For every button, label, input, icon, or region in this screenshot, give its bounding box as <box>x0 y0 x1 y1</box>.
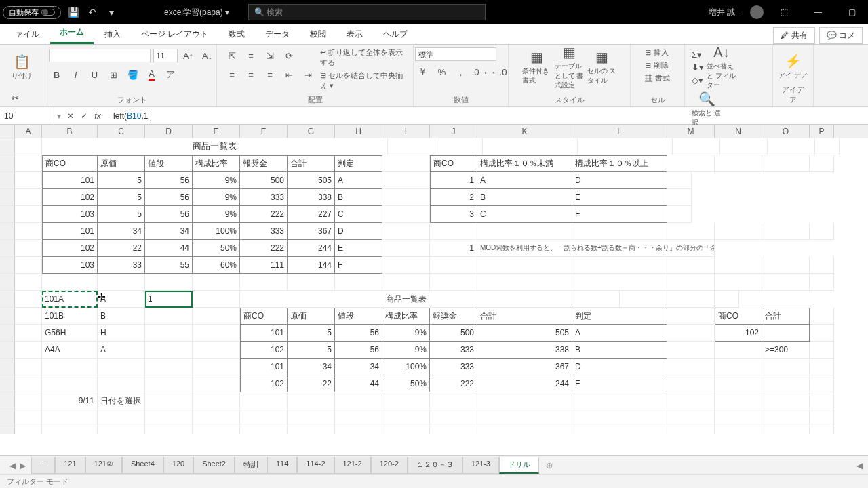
share-button[interactable]: 🖉 共有 <box>773 27 814 44</box>
col-header-J[interactable]: J <box>430 125 477 138</box>
border-icon[interactable]: ⊞ <box>106 66 122 83</box>
align-top-icon[interactable]: ⇱ <box>224 47 240 64</box>
sheet-tab[interactable]: 121② <box>85 457 122 474</box>
align-left-icon[interactable]: ≡ <box>224 66 240 83</box>
col-header-E[interactable]: E <box>193 125 240 138</box>
delete-cells-button[interactable]: ⊟ 削除 <box>645 60 669 70</box>
align-bottom-icon[interactable]: ⇲ <box>262 47 278 64</box>
clear-icon[interactable]: ◇▾ <box>692 75 704 85</box>
col-header-M[interactable]: M <box>667 125 715 138</box>
tab-data[interactable]: データ <box>256 24 299 44</box>
autosave-toggle[interactable]: 自動保存 <box>3 6 61 19</box>
col-header-H[interactable]: H <box>335 125 382 138</box>
tab-review[interactable]: 校閲 <box>300 24 336 44</box>
cell-B10[interactable]: 101A <box>42 291 98 308</box>
indent-dec-icon[interactable]: ⇤ <box>281 66 297 83</box>
sheet-tab[interactable]: 特訓 <box>235 457 267 474</box>
filename[interactable]: excel学習(papa) ▾ <box>164 7 229 18</box>
col-header-D[interactable]: D <box>145 125 193 138</box>
col-header-P[interactable]: P <box>810 125 834 138</box>
formula-input[interactable]: =left(B10,1 <box>104 107 868 124</box>
merge-center-button[interactable]: ⊞ セルを結合して中央揃え ▾ <box>320 70 406 91</box>
worksheet-grid[interactable]: ABCDEFGHIJKLMNOP 商品一覧表商CO原価値段構成比率報奨金合計判定… <box>0 125 868 434</box>
font-name-combo[interactable] <box>49 49 151 62</box>
insert-cells-button[interactable]: ⊞ 挿入 <box>645 47 669 58</box>
cut-icon[interactable]: ✂ <box>7 89 23 106</box>
active-cell-D10[interactable]: 1 <box>145 291 193 308</box>
italic-icon[interactable]: I <box>68 66 84 83</box>
sheet-tab[interactable]: 120-2 <box>371 457 408 474</box>
bold-icon[interactable]: B <box>49 66 65 83</box>
tab-help[interactable]: ヘルプ <box>374 24 417 44</box>
user-name[interactable]: 増井 誠一 <box>709 7 743 18</box>
sheet-tab[interactable]: Sheet2 <box>193 457 235 474</box>
conditional-format-button[interactable]: ▦条件付き 書式 <box>522 47 552 87</box>
sheet-tab[interactable]: 121 <box>55 457 85 474</box>
sheet-tab[interactable]: 121-2 <box>334 457 371 474</box>
col-header-F[interactable]: F <box>240 125 288 138</box>
col-header-A[interactable]: A <box>15 125 42 138</box>
col-header-K[interactable]: K <box>477 125 572 138</box>
sheet-tab[interactable]: Sheet4 <box>122 457 163 474</box>
autosum-icon[interactable]: Σ▾ <box>692 49 704 60</box>
table3-title[interactable]: 商品一覧表 <box>240 291 572 308</box>
wrap-text-button[interactable]: ↩ 折り返して全体を表示する <box>320 47 406 68</box>
font-color-icon[interactable]: A <box>144 66 160 83</box>
sheet-nav-next-icon[interactable]: ▶ <box>20 461 26 470</box>
comma-icon[interactable]: , <box>453 64 469 80</box>
col-header-G[interactable]: G <box>288 125 335 138</box>
font-size-combo[interactable]: 11 <box>153 49 178 62</box>
sheet-tab[interactable]: ... <box>31 457 55 474</box>
sheet-nav-prev-icon[interactable]: ◀ <box>9 461 16 470</box>
redo-icon[interactable]: ▾ <box>104 7 118 18</box>
comment-button[interactable]: 💬 コメ <box>819 27 863 44</box>
scroll-left-icon[interactable]: ◀ <box>856 461 863 470</box>
tab-insert[interactable]: 挿入 <box>95 24 130 44</box>
indent-inc-icon[interactable]: ⇥ <box>300 66 316 83</box>
col-header-B[interactable]: B <box>42 125 98 138</box>
number-format-combo[interactable]: 標準 <box>415 47 496 61</box>
fill-color-icon[interactable]: 🪣 <box>125 66 141 83</box>
sheet-tab[interactable]: ドリル <box>499 457 539 474</box>
col-header-L[interactable]: L <box>572 125 667 138</box>
fx-icon[interactable]: fx <box>91 111 104 121</box>
ideas-button[interactable]: ⚡アイ デア <box>778 47 808 85</box>
format-cells-button[interactable]: ▦ 書式 <box>645 73 669 83</box>
sort-filter-button[interactable]: A↓並べ替えと フィルター <box>707 47 736 87</box>
minimize-icon[interactable]: — <box>804 7 831 17</box>
currency-icon[interactable]: ￥ <box>415 64 431 80</box>
search-input[interactable]: 🔍 検索 <box>248 4 486 20</box>
add-sheet-icon[interactable]: ⊕ <box>540 458 558 473</box>
tab-home[interactable]: ホーム <box>50 22 94 44</box>
decrease-font-icon[interactable]: A↓ <box>199 47 216 64</box>
save-icon[interactable]: 💾 <box>66 7 80 18</box>
tab-file[interactable]: ァイル <box>5 24 49 44</box>
cancel-icon[interactable]: ✕ <box>64 111 77 121</box>
align-middle-icon[interactable]: ≡ <box>243 47 259 64</box>
ribbon-mode-icon[interactable]: ⬚ <box>770 7 797 17</box>
format-table-button[interactable]: ▦テーブルとして 書式設定 <box>555 47 585 87</box>
underline-icon[interactable]: U <box>87 66 103 83</box>
fill-icon[interactable]: ⬇▾ <box>692 62 704 73</box>
sheet-tab[interactable]: 114 <box>267 457 297 474</box>
tab-formulas[interactable]: 数式 <box>219 24 254 44</box>
align-right-icon[interactable]: ≡ <box>262 66 278 83</box>
col-header-I[interactable]: I <box>382 125 430 138</box>
sheet-tab[interactable]: 121-3 <box>462 457 499 474</box>
tab-layout[interactable]: ページ レイアウト <box>132 24 218 44</box>
paste-button[interactable]: 📋り付け <box>7 47 37 87</box>
percent-icon[interactable]: % <box>434 64 450 80</box>
orientation-icon[interactable]: ⟳ <box>281 47 297 64</box>
maximize-icon[interactable]: ▢ <box>838 7 865 17</box>
name-box[interactable]: 10 <box>0 107 54 124</box>
cell-styles-button[interactable]: ▦セルの スタイル <box>587 47 617 87</box>
table1-title[interactable]: 商品一覧表 <box>42 138 388 155</box>
increase-font-icon[interactable]: A↑ <box>180 47 197 64</box>
col-header-O[interactable]: O <box>762 125 810 138</box>
tab-view[interactable]: 表示 <box>337 24 372 44</box>
undo-icon[interactable]: ↶ <box>85 7 99 18</box>
col-header-C[interactable]: C <box>98 125 145 138</box>
sheet-tab[interactable]: 114-2 <box>297 457 334 474</box>
enter-icon[interactable]: ✓ <box>77 111 91 121</box>
sheet-tab[interactable]: 120 <box>163 457 193 474</box>
